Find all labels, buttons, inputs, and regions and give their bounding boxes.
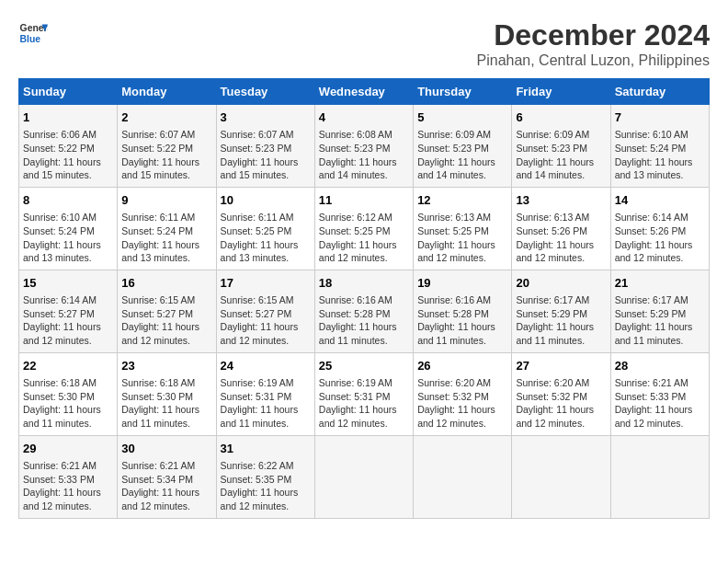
day-info: Sunset: 5:30 PM bbox=[121, 390, 211, 404]
day-number: 2 bbox=[121, 109, 211, 126]
day-number: 13 bbox=[516, 192, 606, 209]
week-row-5: 29Sunrise: 6:21 AMSunset: 5:33 PMDayligh… bbox=[19, 435, 710, 518]
calendar-cell: 22Sunrise: 6:18 AMSunset: 5:30 PMDayligh… bbox=[19, 352, 118, 435]
calendar-cell: 4Sunrise: 6:08 AMSunset: 5:23 PMDaylight… bbox=[314, 105, 413, 188]
day-info: Sunrise: 6:08 AM bbox=[319, 128, 409, 142]
day-number: 26 bbox=[417, 358, 507, 374]
day-number: 20 bbox=[516, 275, 606, 292]
calendar-cell: 15Sunrise: 6:14 AMSunset: 5:27 PMDayligh… bbox=[19, 270, 118, 352]
day-info: Sunset: 5:24 PM bbox=[23, 224, 113, 238]
calendar-cell: 17Sunrise: 6:15 AMSunset: 5:27 PMDayligh… bbox=[216, 270, 314, 352]
day-info: Sunrise: 6:22 AM bbox=[221, 459, 311, 473]
calendar-cell: 7Sunrise: 6:10 AMSunset: 5:24 PMDaylight… bbox=[610, 105, 709, 188]
day-info: Sunrise: 6:06 AM bbox=[23, 128, 113, 142]
day-info: Sunrise: 6:21 AM bbox=[121, 459, 211, 473]
day-info: Sunrise: 6:21 AM bbox=[615, 376, 705, 390]
calendar-cell bbox=[314, 435, 413, 518]
day-info: Sunset: 5:25 PM bbox=[417, 224, 507, 238]
day-info: Daylight: 11 hours and 11 minutes. bbox=[417, 320, 507, 347]
calendar-cell: 10Sunrise: 6:11 AMSunset: 5:25 PMDayligh… bbox=[216, 187, 314, 270]
day-number: 31 bbox=[221, 441, 311, 457]
day-info: Sunrise: 6:11 AM bbox=[221, 211, 311, 224]
day-info: Sunset: 5:23 PM bbox=[516, 142, 606, 155]
calendar-cell: 8Sunrise: 6:10 AMSunset: 5:24 PMDaylight… bbox=[19, 187, 118, 270]
day-info: Sunset: 5:35 PM bbox=[221, 473, 311, 487]
calendar-cell: 16Sunrise: 6:15 AMSunset: 5:27 PMDayligh… bbox=[118, 270, 216, 352]
day-number: 10 bbox=[221, 192, 311, 209]
calendar-cell: 19Sunrise: 6:16 AMSunset: 5:28 PMDayligh… bbox=[414, 270, 512, 352]
day-info: Sunset: 5:34 PM bbox=[121, 473, 211, 487]
day-number: 29 bbox=[23, 441, 113, 457]
day-info: Sunset: 5:32 PM bbox=[516, 390, 606, 404]
day-number: 24 bbox=[221, 358, 311, 374]
calendar-cell: 31Sunrise: 6:22 AMSunset: 5:35 PMDayligh… bbox=[216, 435, 314, 518]
day-info: Daylight: 11 hours and 14 minutes. bbox=[417, 155, 507, 182]
day-info: Daylight: 11 hours and 15 minutes. bbox=[23, 155, 113, 182]
day-info: Daylight: 11 hours and 12 minutes. bbox=[221, 486, 311, 512]
header-friday: Friday bbox=[512, 79, 610, 105]
header-sunday: Sunday bbox=[19, 79, 118, 105]
day-info: Sunset: 5:22 PM bbox=[121, 142, 211, 155]
calendar-table: SundayMondayTuesdayWednesdayThursdayFrid… bbox=[18, 78, 710, 519]
title-area: December 2024 Pinahan, Central Luzon, Ph… bbox=[477, 18, 711, 69]
subtitle: Pinahan, Central Luzon, Philippines bbox=[477, 52, 711, 69]
calendar-cell bbox=[414, 435, 512, 518]
calendar-cell: 26Sunrise: 6:20 AMSunset: 5:32 PMDayligh… bbox=[414, 352, 512, 435]
day-number: 30 bbox=[121, 441, 211, 457]
day-number: 19 bbox=[417, 275, 507, 292]
calendar-cell: 11Sunrise: 6:12 AMSunset: 5:25 PMDayligh… bbox=[314, 187, 413, 270]
day-info: Sunrise: 6:10 AM bbox=[615, 128, 705, 142]
calendar-cell bbox=[512, 435, 610, 518]
day-number: 17 bbox=[221, 275, 311, 292]
day-number: 3 bbox=[221, 109, 311, 126]
calendar-cell: 24Sunrise: 6:19 AMSunset: 5:31 PMDayligh… bbox=[216, 352, 314, 435]
svg-text:Blue: Blue bbox=[20, 34, 41, 44]
day-info: Sunrise: 6:19 AM bbox=[319, 376, 409, 390]
day-info: Sunrise: 6:13 AM bbox=[417, 211, 507, 224]
day-number: 4 bbox=[319, 109, 409, 126]
day-info: Daylight: 11 hours and 12 minutes. bbox=[121, 320, 211, 347]
calendar-cell: 9Sunrise: 6:11 AMSunset: 5:24 PMDaylight… bbox=[118, 187, 216, 270]
calendar-cell: 29Sunrise: 6:21 AMSunset: 5:33 PMDayligh… bbox=[19, 435, 118, 518]
day-info: Daylight: 11 hours and 12 minutes. bbox=[417, 238, 507, 265]
day-number: 5 bbox=[417, 109, 507, 126]
calendar-cell: 13Sunrise: 6:13 AMSunset: 5:26 PMDayligh… bbox=[512, 187, 610, 270]
day-info: Sunrise: 6:18 AM bbox=[23, 376, 113, 390]
day-number: 27 bbox=[516, 358, 606, 374]
day-info: Daylight: 11 hours and 13 minutes. bbox=[23, 238, 113, 265]
calendar-cell: 2Sunrise: 6:07 AMSunset: 5:22 PMDaylight… bbox=[118, 105, 216, 188]
day-number: 12 bbox=[417, 192, 507, 209]
day-number: 18 bbox=[319, 275, 409, 292]
day-info: Sunset: 5:31 PM bbox=[221, 390, 311, 404]
day-info: Sunset: 5:32 PM bbox=[417, 390, 507, 404]
day-info: Sunset: 5:24 PM bbox=[615, 142, 705, 155]
day-info: Sunrise: 6:16 AM bbox=[319, 293, 409, 307]
day-number: 14 bbox=[615, 192, 705, 209]
day-info: Sunrise: 6:20 AM bbox=[417, 376, 507, 390]
calendar-cell: 6Sunrise: 6:09 AMSunset: 5:23 PMDaylight… bbox=[512, 105, 610, 188]
day-info: Daylight: 11 hours and 13 minutes. bbox=[221, 238, 311, 265]
day-info: Daylight: 11 hours and 12 minutes. bbox=[23, 486, 113, 512]
day-info: Sunset: 5:33 PM bbox=[615, 390, 705, 404]
day-info: Daylight: 11 hours and 14 minutes. bbox=[516, 155, 606, 182]
day-info: Sunset: 5:25 PM bbox=[319, 224, 409, 238]
calendar-body: 1Sunrise: 6:06 AMSunset: 5:22 PMDaylight… bbox=[19, 105, 710, 519]
calendar-cell: 20Sunrise: 6:17 AMSunset: 5:29 PMDayligh… bbox=[512, 270, 610, 352]
page-header: General Blue December 2024 Pinahan, Cent… bbox=[18, 18, 710, 69]
calendar-cell: 1Sunrise: 6:06 AMSunset: 5:22 PMDaylight… bbox=[19, 105, 118, 188]
calendar-header: SundayMondayTuesdayWednesdayThursdayFrid… bbox=[19, 79, 710, 105]
day-info: Sunrise: 6:12 AM bbox=[319, 211, 409, 224]
calendar-cell: 5Sunrise: 6:09 AMSunset: 5:23 PMDaylight… bbox=[414, 105, 512, 188]
day-number: 6 bbox=[516, 109, 606, 126]
day-info: Daylight: 11 hours and 12 minutes. bbox=[615, 238, 705, 265]
day-info: Sunset: 5:25 PM bbox=[221, 224, 311, 238]
day-info: Sunrise: 6:18 AM bbox=[121, 376, 211, 390]
day-info: Sunset: 5:28 PM bbox=[417, 307, 507, 321]
day-number: 11 bbox=[319, 192, 409, 209]
day-info: Sunrise: 6:11 AM bbox=[121, 211, 211, 224]
week-row-4: 22Sunrise: 6:18 AMSunset: 5:30 PMDayligh… bbox=[19, 352, 710, 435]
header-thursday: Thursday bbox=[414, 79, 512, 105]
day-info: Sunset: 5:24 PM bbox=[121, 224, 211, 238]
calendar-cell: 23Sunrise: 6:18 AMSunset: 5:30 PMDayligh… bbox=[118, 352, 216, 435]
calendar-cell: 28Sunrise: 6:21 AMSunset: 5:33 PMDayligh… bbox=[610, 352, 709, 435]
